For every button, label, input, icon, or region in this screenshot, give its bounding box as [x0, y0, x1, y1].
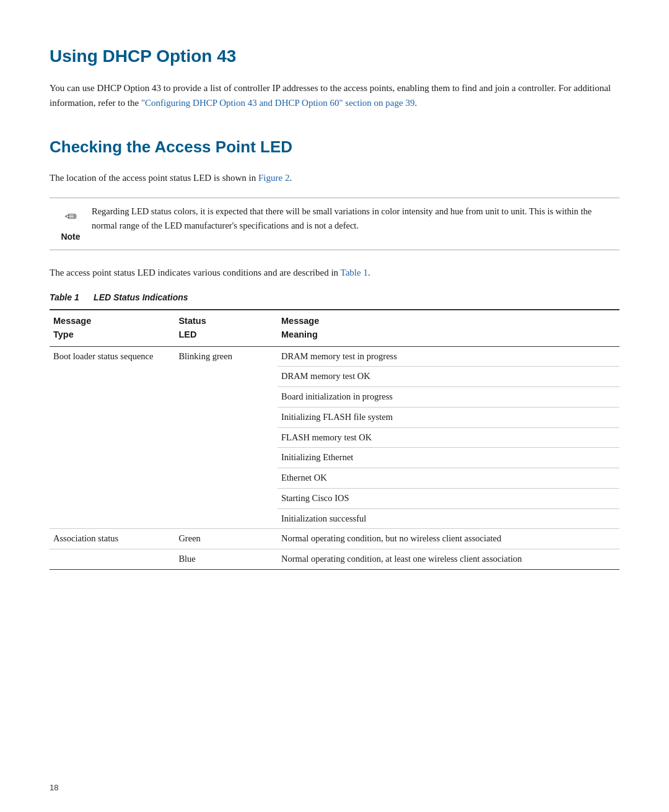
cell-status-led: Green	[175, 529, 278, 549]
col-header-message: Message Type	[50, 310, 175, 346]
cell-meaning: FLASH memory test OK	[278, 427, 619, 448]
cell-message-type: Boot loader status sequence	[50, 346, 175, 529]
table-row: BlueNormal operating condition, at least…	[50, 549, 619, 570]
cell-meaning: Initializing FLASH file system	[278, 407, 619, 427]
section1-title: Using DHCP Option 43	[50, 43, 619, 69]
cell-meaning: Normal operating condition, but no wirel…	[278, 529, 619, 549]
cell-meaning: Initialization successful	[278, 509, 619, 529]
cell-status-led: Blinking green	[175, 346, 278, 529]
section2-body1: The location of the access point status …	[50, 170, 619, 185]
section1-link[interactable]: "Configuring DHCP Option 43 and DHCP Opt…	[141, 98, 415, 108]
figure2-link[interactable]: Figure 2	[258, 173, 289, 183]
cell-meaning: Ethernet OK	[278, 468, 619, 489]
cell-meaning: Starting Cisco IOS	[278, 488, 619, 509]
pencil-icon: ✏	[64, 206, 77, 228]
col-header-status: Status LED	[175, 310, 278, 346]
section1-body-suffix: .	[414, 98, 417, 108]
section1-body: You can use DHCP Option 43 to provide a …	[50, 81, 619, 110]
table1-link[interactable]: Table 1	[341, 268, 368, 277]
section2-title: Checking the Access Point LED	[50, 135, 619, 159]
section2-body2-text: The access point status LED indicates va…	[50, 268, 341, 277]
section2-body1-suffix: .	[289, 173, 292, 183]
table-row: Association statusGreenNormal operating …	[50, 529, 619, 549]
cell-meaning: DRAM memory test OK	[278, 367, 619, 387]
section2-body2: The access point status LED indicates va…	[50, 265, 619, 280]
table-caption-label: LED Status Indications	[94, 292, 188, 302]
table-caption-number: Table 1	[50, 292, 79, 302]
note-content: Regarding LED status colors, it is expec…	[92, 204, 619, 233]
table-caption: Table 1 LED Status Indications	[50, 291, 619, 304]
note-label: Note	[61, 230, 80, 243]
cell-meaning: Initializing Ethernet	[278, 448, 619, 468]
section2-body1-text: The location of the access point status …	[50, 173, 258, 183]
cell-meaning: DRAM memory test in progress	[278, 346, 619, 367]
cell-status-led: Blue	[175, 549, 278, 570]
note-box: ✏ Note Regarding LED status colors, it i…	[50, 198, 619, 250]
cell-meaning: Board initialization in progress	[278, 387, 619, 408]
cell-meaning: Normal operating condition, at least one…	[278, 549, 619, 570]
note-icon-column: ✏ Note	[50, 204, 92, 243]
section2-body2-suffix: .	[368, 268, 370, 277]
table-row: Boot loader status sequenceBlinking gree…	[50, 346, 619, 367]
cell-message-type	[50, 549, 175, 570]
col-header-meaning: Message Meaning	[278, 310, 619, 346]
led-status-table: Message Type Status LED Message Meaning …	[50, 309, 619, 570]
cell-message-type: Association status	[50, 529, 175, 549]
